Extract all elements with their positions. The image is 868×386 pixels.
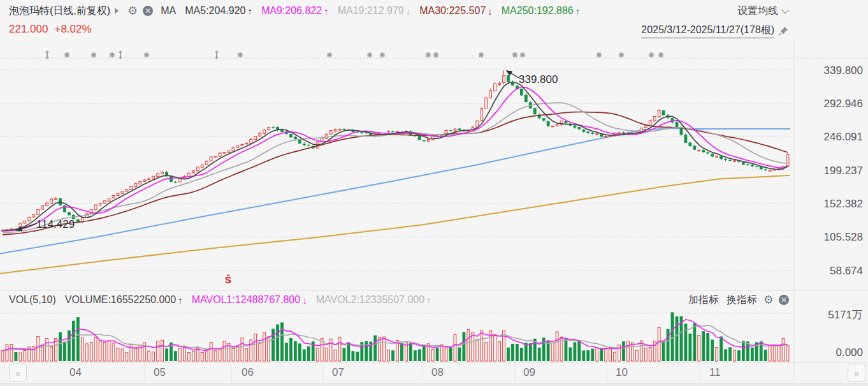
month-label: 08	[431, 366, 444, 379]
current-price: 221.000	[9, 23, 48, 36]
low-price-annotation: 114.429	[36, 218, 75, 231]
ma30-line	[3, 112, 788, 235]
event-flower-icon[interactable]	[520, 52, 525, 57]
event-flower-icon[interactable]	[597, 52, 602, 57]
ma-legend-item[interactable]: MA30:225.507↓	[419, 5, 493, 17]
ma-legend-label: MA30:225.507	[419, 5, 486, 17]
symbol-title[interactable]: 泡泡玛特(日线,前复权)	[9, 4, 110, 18]
add-indicator-button[interactable]: 加指标	[688, 293, 719, 307]
candles	[1, 70, 789, 232]
expand-triangle-icon[interactable]	[115, 8, 119, 14]
month-label: 05	[154, 366, 166, 379]
price-axis-label: 292.946	[794, 98, 863, 110]
scroll-left-button[interactable]: «	[9, 364, 27, 382]
ma250-line	[0, 175, 790, 274]
price-axis-label: 339.800	[794, 64, 863, 77]
event-flower-icon[interactable]	[658, 52, 663, 57]
event-flower-icon[interactable]	[64, 52, 69, 57]
ma-close-icon[interactable]: ✕	[143, 6, 153, 16]
chevron-down-icon	[781, 6, 788, 13]
event-flower-icon[interactable]	[91, 52, 96, 57]
volume-header: VOL(5,10) VOLUME:16552250.000↑MAVOL1:124…	[9, 293, 431, 307]
event-flower-icon[interactable]	[110, 52, 115, 57]
corporate-action-marker[interactable]: Ŝ	[225, 274, 231, 285]
ma-settings-button[interactable]: 设置均线	[737, 4, 788, 18]
ma-legend-label: MA19:212.979	[338, 5, 404, 17]
ma-legend: MA5:204.920↑MA9:206.822↑MA19:212.979↓MA3…	[176, 5, 580, 17]
ma-legend-item[interactable]: MA19:212.979↓	[338, 5, 411, 17]
price-axis-label: 199.237	[794, 165, 863, 177]
vol-legend-trend-arrow: ↓	[302, 295, 307, 306]
price-axis-label: 246.091	[794, 131, 863, 144]
ma-legend-item[interactable]: MA9:206.822↑	[261, 5, 329, 17]
volume-axis-max-label: 5171万	[794, 308, 863, 322]
event-flower-icon[interactable]	[426, 52, 431, 57]
event-flower-icon[interactable]	[380, 52, 385, 57]
chart-canvas[interactable]	[0, 0, 868, 386]
vol-legend-label: MAVOL2:12335507.000	[316, 294, 425, 306]
event-flower-icon[interactable]	[433, 52, 438, 57]
ma-legend-item[interactable]: MA5:204.920↑	[185, 5, 252, 17]
price-axis-label: 105.528	[794, 231, 863, 244]
ma-legend-label: MA9:206.822	[261, 5, 322, 17]
price-axis-label: 152.382	[794, 198, 863, 211]
ma-legend-trend-arrow: ↓	[488, 6, 493, 17]
event-flower-icon[interactable]	[479, 52, 484, 57]
vol-legend-trend-arrow: ↑	[426, 295, 431, 306]
ma-legend-trend-arrow: ↑	[324, 6, 329, 17]
scroll-right-button[interactable]: »	[848, 364, 865, 382]
pin-icon[interactable]	[778, 26, 789, 36]
volume-axis-zero-label: 0.000	[794, 346, 863, 359]
event-flower-icon[interactable]	[619, 52, 624, 57]
mavol2-line	[3, 325, 788, 351]
month-label: 09	[523, 366, 535, 379]
month-label: 04	[69, 366, 82, 379]
switch-indicator-button[interactable]: 换指标	[727, 293, 757, 307]
stock-chart-window: 泡泡玛特(日线,前复权) ⚙ ✕ MA MA5:204.920↑MA9:206.…	[0, 0, 868, 386]
price-axis-label: 58.674	[794, 265, 863, 278]
ma-legend-label: MA250:192.886	[502, 5, 574, 17]
volume-tools: 加指标 换指标 ⚙ ✕	[681, 293, 789, 307]
vol-legend-label: MAVOL1:12488767.800	[192, 294, 301, 306]
current-price-row: 221.000 +8.02%	[9, 23, 92, 36]
event-flower-icon[interactable]	[649, 52, 654, 57]
vol-legend-trend-arrow: ↑	[178, 295, 183, 306]
ma-settings-label: 设置均线	[737, 4, 778, 18]
volume-close-icon[interactable]: ✕	[779, 295, 789, 305]
month-label: 07	[332, 366, 344, 379]
ma-settings-gear-icon[interactable]: ⚙	[127, 5, 138, 17]
date-range-label[interactable]: 2025/3/12-2025/11/27(178根)	[641, 24, 774, 38]
month-label: 11	[709, 366, 721, 379]
volume-bars	[1, 312, 789, 361]
ma-legend-label: MA5:204.920	[185, 5, 245, 17]
event-flower-icon[interactable]	[144, 52, 149, 57]
event-flower-icon[interactable]	[238, 52, 243, 57]
vol-legend-item[interactable]: MAVOL2:12335507.000↑	[316, 294, 431, 306]
event-flower-icon[interactable]	[512, 52, 517, 57]
event-flower-icon[interactable]	[367, 52, 372, 57]
ma-legend-trend-arrow: ↑	[247, 6, 252, 17]
date-range-control[interactable]: 2025/3/12-2025/11/27(178根)	[641, 24, 789, 38]
bottom-divider-strip	[0, 383, 868, 386]
long-ma-line	[0, 128, 790, 254]
ma5-line	[3, 82, 788, 231]
ma-legend-item[interactable]: MA250:192.886↑	[502, 5, 580, 17]
month-label: 06	[242, 366, 254, 379]
ma-legend-trend-arrow: ↓	[406, 6, 411, 17]
vol-legend-item[interactable]: VOLUME:16552250.000↑	[65, 294, 183, 306]
event-flower-icon[interactable]	[327, 52, 332, 57]
current-change-percent: +8.02%	[54, 23, 91, 36]
vol-indicator-label[interactable]: VOL(5,10)	[9, 294, 56, 306]
ma-legend-trend-arrow: ↑	[575, 6, 581, 17]
chart-header: 泡泡玛特(日线,前复权) ⚙ ✕ MA MA5:204.920↑MA9:206.…	[9, 3, 580, 19]
ma-indicator-label: MA	[161, 5, 176, 17]
volume-legend: VOLUME:16552250.000↑MAVOL1:12488767.800↓…	[56, 294, 431, 306]
high-price-annotation: 339.800	[519, 73, 558, 86]
vol-legend-label: VOLUME:16552250.000	[65, 294, 176, 306]
ma9-line	[3, 87, 788, 231]
mavol1-line	[3, 320, 788, 351]
volume-settings-gear-icon[interactable]: ⚙	[763, 294, 774, 306]
vol-legend-item[interactable]: MAVOL1:12488767.800↓	[192, 294, 307, 306]
event-updown-icon[interactable]	[215, 50, 219, 59]
month-label: 10	[616, 366, 628, 379]
